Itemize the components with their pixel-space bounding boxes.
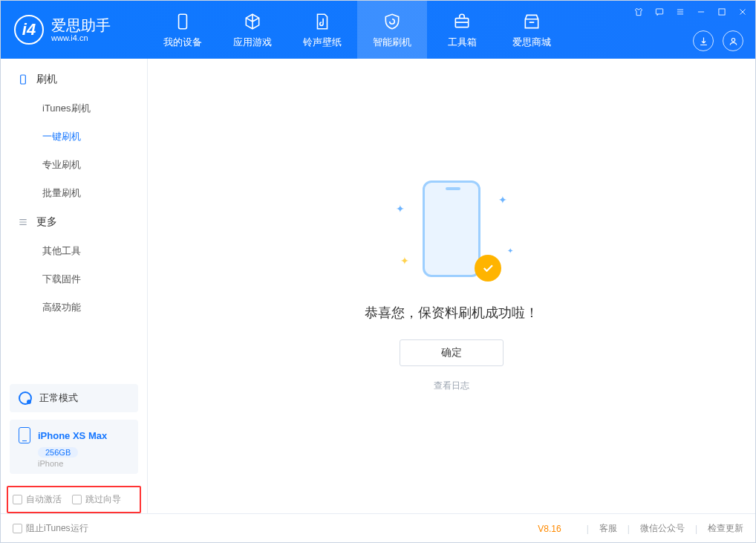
sidebar-item-batch-flash[interactable]: 批量刷机 (1, 179, 147, 207)
phone-icon (17, 74, 29, 85)
sidebar-item-itunes-flash[interactable]: iTunes刷机 (1, 94, 147, 123)
user-button[interactable] (723, 30, 743, 51)
toolbox-icon (452, 11, 472, 32)
checkbox-skip-guide[interactable]: 跳过向导 (72, 493, 121, 506)
view-log-link[interactable]: 查看日志 (434, 380, 469, 392)
sidebar-item-download-firmware[interactable]: 下载固件 (1, 265, 147, 293)
cube-icon (242, 11, 263, 32)
close-icon[interactable] (736, 5, 749, 19)
music-file-icon (312, 11, 333, 32)
sidebar-item-pro-flash[interactable]: 专业刷机 (1, 151, 147, 179)
footer-update-link[interactable]: 检查更新 (708, 522, 743, 535)
maximize-icon[interactable] (715, 5, 729, 19)
store-icon (521, 11, 542, 32)
sidebar-item-onekey-flash[interactable]: 一键刷机 (1, 123, 147, 151)
nav-smart-flash[interactable]: 智能刷机 (357, 1, 427, 59)
minimize-icon[interactable] (694, 5, 708, 19)
device-storage-badge: 256GB (38, 447, 78, 458)
logo-icon: i4 (14, 15, 44, 45)
device-type: iPhone (38, 459, 129, 468)
nav-ringtones[interactable]: 铃声壁纸 (287, 1, 357, 59)
nav-toolbox[interactable]: 工具箱 (427, 1, 497, 59)
download-button[interactable] (693, 30, 714, 51)
svg-rect-5 (21, 75, 26, 84)
nav-label: 铃声壁纸 (303, 36, 342, 49)
header-actions (693, 30, 743, 51)
nav-label: 爱思商城 (512, 36, 551, 49)
top-nav: 我的设备 应用游戏 铃声壁纸 智能刷机 工具箱 爱思商城 (148, 1, 567, 59)
main-panel: ✦✦✦✦ 恭喜您，保资料刷机成功啦！ 确定 查看日志 (148, 59, 755, 513)
menu-icon[interactable] (674, 5, 687, 19)
sidebar-group-flash: 刷机 (1, 65, 147, 94)
footer-support-link[interactable]: 客服 (599, 522, 617, 535)
svg-rect-2 (656, 9, 662, 14)
nav-label: 工具箱 (448, 36, 477, 49)
device-name: iPhone XS Max (38, 430, 107, 441)
app-subtitle: www.i4.cn (51, 33, 111, 42)
sidebar-item-advanced[interactable]: 高级功能 (1, 293, 147, 322)
device-info-chip[interactable]: iPhone XS Max 256GB iPhone (10, 420, 138, 474)
window-controls (632, 5, 749, 19)
nav-my-device[interactable]: 我的设备 (148, 1, 218, 59)
success-illustration: ✦✦✦✦ (396, 181, 507, 284)
svg-rect-0 (179, 14, 187, 29)
sidebar: 刷机 iTunes刷机 一键刷机 专业刷机 批量刷机 更多 其他工具 下载固件 … (1, 59, 148, 513)
nav-label: 应用游戏 (233, 36, 272, 49)
feedback-icon[interactable] (653, 5, 666, 19)
refresh-shield-icon (382, 11, 403, 32)
nav-label: 我的设备 (163, 36, 202, 49)
version-label: V8.16 (538, 524, 561, 534)
nav-label: 智能刷机 (373, 36, 411, 49)
nav-apps-games[interactable]: 应用游戏 (218, 1, 287, 59)
footer-wechat-link[interactable]: 微信公众号 (640, 522, 685, 535)
status-bar: 阻止iTunes运行 V8.16 | 客服 | 微信公众号 | 检查更新 (1, 513, 755, 543)
nav-store[interactable]: 爱思商城 (497, 1, 567, 59)
checkmark-badge-icon (475, 255, 501, 282)
normal-mode-icon (19, 391, 32, 405)
confirm-button[interactable]: 确定 (400, 339, 504, 366)
device-icon (172, 11, 193, 32)
app-title: 爱思助手 (51, 17, 111, 33)
svg-rect-3 (719, 9, 725, 15)
svg-point-4 (731, 38, 734, 41)
checkbox-block-itunes[interactable]: 阻止iTunes运行 (13, 522, 88, 535)
shirt-icon[interactable] (632, 5, 645, 19)
success-message: 恭喜您，保资料刷机成功啦！ (365, 304, 538, 322)
checkbox-auto-activate[interactable]: 自动激活 (13, 493, 62, 506)
sidebar-item-other-tools[interactable]: 其他工具 (1, 237, 147, 265)
title-bar: i4 爱思助手 www.i4.cn 我的设备 应用游戏 铃声壁纸 智能刷机 工具… (1, 1, 755, 59)
phone-graphic (423, 181, 480, 277)
list-icon (17, 216, 29, 228)
highlighted-options: 自动激活 跳过向导 (7, 486, 141, 513)
sidebar-group-more: 更多 (1, 207, 147, 237)
device-mode-chip[interactable]: 正常模式 (10, 384, 138, 412)
app-logo: i4 爱思助手 www.i4.cn (1, 1, 148, 59)
phone-outline-icon (19, 427, 30, 443)
